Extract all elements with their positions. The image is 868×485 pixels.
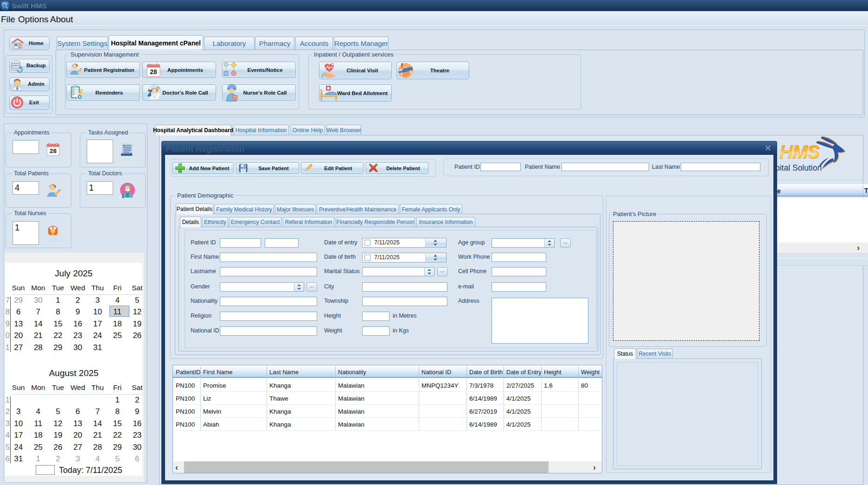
svg-text:28: 28 bbox=[50, 147, 57, 154]
svg-text:28: 28 bbox=[150, 68, 157, 76]
